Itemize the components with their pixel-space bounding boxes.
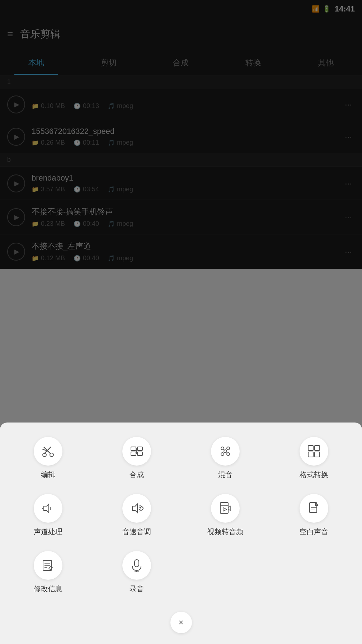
action-editinfo[interactable]: 修改信息	[7, 547, 89, 597]
svg-point-12	[221, 447, 224, 450]
action-channel[interactable]: 声道处理	[7, 490, 89, 540]
record-icon-wrap	[122, 551, 151, 580]
editinfo-icon	[41, 558, 55, 573]
speed-icon	[130, 501, 144, 515]
blank-icon	[307, 501, 321, 515]
record-label: 录音	[130, 584, 144, 594]
empty-slot	[185, 547, 266, 597]
svg-rect-7	[131, 452, 136, 456]
mix-label: 混音	[218, 470, 232, 480]
empty-slot	[273, 547, 355, 597]
svg-marker-24	[132, 504, 137, 513]
editinfo-icon-wrap	[34, 551, 62, 580]
format-icon	[307, 444, 321, 458]
svg-rect-37	[135, 560, 139, 567]
edit-icon-wrap	[34, 437, 62, 466]
action-record[interactable]: 录音	[96, 547, 177, 597]
svg-marker-21	[44, 504, 49, 513]
svg-point-15	[227, 453, 230, 456]
svg-rect-17	[308, 445, 313, 451]
svg-rect-5	[131, 447, 136, 451]
channel-icon	[41, 501, 55, 515]
svg-point-3	[50, 453, 53, 457]
svg-point-16	[224, 450, 227, 453]
speed-icon-wrap	[122, 494, 151, 523]
svg-rect-20	[315, 452, 320, 457]
action-speed[interactable]: 音速音调	[96, 490, 177, 540]
action-blank[interactable]: 空白声音	[273, 490, 355, 540]
svg-rect-19	[308, 452, 313, 457]
svg-rect-8	[137, 452, 142, 456]
channel-icon-wrap	[34, 494, 62, 523]
edit-label: 编辑	[41, 470, 55, 480]
svg-marker-27	[223, 508, 227, 511]
blank-icon-wrap	[300, 494, 328, 523]
action-grid-row2: 声道处理 音速音调	[7, 490, 355, 540]
svg-rect-18	[315, 445, 320, 451]
action-grid-row3: 修改信息 录音	[7, 547, 355, 597]
channel-label: 声道处理	[34, 527, 62, 537]
format-label: 格式转换	[300, 470, 328, 480]
close-button[interactable]: ×	[170, 612, 192, 633]
record-icon	[130, 558, 144, 573]
svg-rect-6	[137, 447, 142, 451]
action-mix[interactable]: 混音	[185, 433, 266, 483]
blank-label: 空白声音	[300, 527, 328, 537]
merge-icon-wrap	[122, 437, 151, 466]
merge-icon	[130, 444, 144, 458]
action-video[interactable]: 视频转音频	[185, 490, 266, 540]
video-label: 视频转音频	[207, 527, 243, 537]
action-merge[interactable]: 合成	[96, 433, 177, 483]
bottom-sheet: 编辑 合成	[0, 423, 362, 644]
mix-icon-wrap	[211, 437, 240, 466]
speed-label: 音速音调	[122, 527, 151, 537]
format-icon-wrap	[300, 437, 328, 466]
mix-icon	[218, 444, 232, 458]
merge-label: 合成	[130, 470, 144, 480]
action-grid-row1: 编辑 合成	[7, 433, 355, 483]
video-icon	[218, 501, 232, 515]
scissors-icon	[41, 444, 55, 458]
action-edit[interactable]: 编辑	[7, 433, 89, 483]
svg-point-13	[227, 447, 230, 450]
editinfo-label: 修改信息	[34, 584, 62, 594]
svg-point-14	[221, 453, 224, 456]
action-format[interactable]: 格式转换	[273, 433, 355, 483]
video-icon-wrap	[211, 494, 240, 523]
close-btn-wrap: ×	[7, 605, 355, 637]
